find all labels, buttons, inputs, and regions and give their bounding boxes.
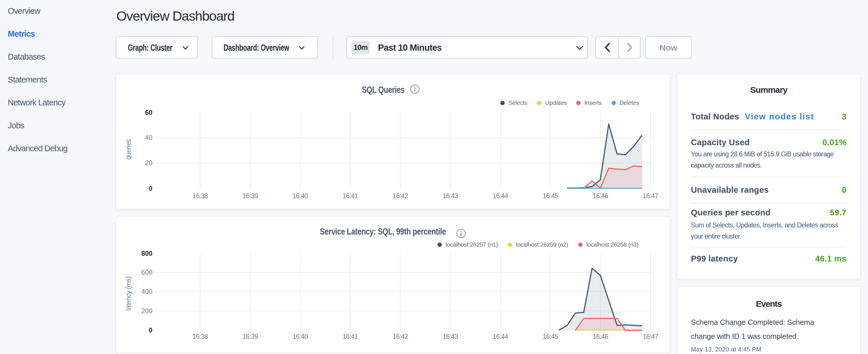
svg-text:queries: queries <box>125 139 132 160</box>
svg-text:16:45: 16:45 <box>543 333 558 340</box>
svg-text:16:44: 16:44 <box>493 192 508 200</box>
svg-text:16:42: 16:42 <box>393 192 408 200</box>
svg-text:16:46: 16:46 <box>593 192 608 200</box>
svg-text:60: 60 <box>145 109 152 116</box>
svg-text:20: 20 <box>145 159 152 167</box>
svg-text:200: 200 <box>141 307 152 315</box>
svg-text:16:47: 16:47 <box>643 192 658 200</box>
svg-text:16:47: 16:47 <box>643 333 658 340</box>
svg-text:16:45: 16:45 <box>543 192 558 200</box>
svg-text:16:39: 16:39 <box>242 333 258 340</box>
svg-text:16:41: 16:41 <box>342 333 358 340</box>
svg-text:0: 0 <box>149 185 152 192</box>
svg-text:16:40: 16:40 <box>292 333 308 340</box>
svg-text:16:43: 16:43 <box>443 192 458 200</box>
svg-text:16:42: 16:42 <box>393 333 408 340</box>
svg-text:16:41: 16:41 <box>342 192 358 200</box>
svg-text:16:46: 16:46 <box>593 333 608 340</box>
svg-text:400: 400 <box>141 288 152 295</box>
svg-text:0: 0 <box>149 326 152 334</box>
svg-text:16:43: 16:43 <box>443 333 458 340</box>
svg-text:16:38: 16:38 <box>192 192 208 200</box>
svg-text:latency (ms): latency (ms) <box>125 277 132 311</box>
svg-text:16:39: 16:39 <box>242 192 258 200</box>
svg-text:40: 40 <box>145 134 152 141</box>
svg-text:600: 600 <box>141 269 152 276</box>
svg-text:16:40: 16:40 <box>292 192 308 200</box>
svg-text:800: 800 <box>141 250 152 257</box>
svg-text:16:44: 16:44 <box>493 333 508 340</box>
svg-text:16:38: 16:38 <box>192 333 208 340</box>
